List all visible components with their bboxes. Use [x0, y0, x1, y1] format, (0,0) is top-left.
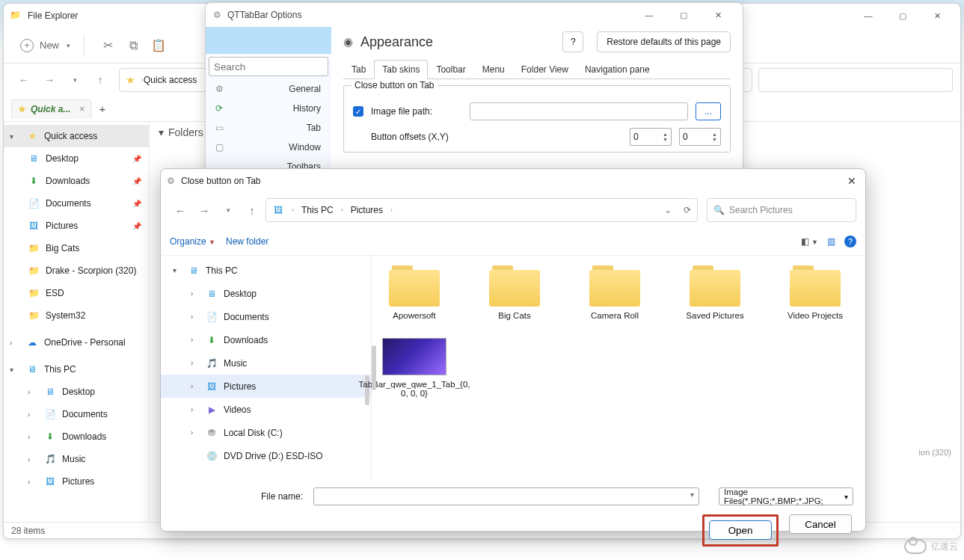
- up-button[interactable]: ↑: [242, 204, 263, 217]
- tree-big-cats[interactable]: 📁Big Cats: [4, 237, 149, 259]
- tab-close-icon[interactable]: ×: [79, 104, 85, 114]
- dropdown-icon[interactable]: ⌄: [664, 205, 672, 215]
- tab-quick-access[interactable]: ★ Quick a... ×: [11, 99, 91, 119]
- recent-dropdown[interactable]: ▾: [218, 206, 239, 214]
- tab-tab-skins[interactable]: Tab skins: [374, 60, 428, 79]
- tree-drake[interactable]: 📁Drake - Scorpion (320): [4, 259, 149, 282]
- tree-downloads[interactable]: ›⬇Downloads: [161, 328, 371, 351]
- view-large-button[interactable]: ◧ ▼: [801, 236, 818, 247]
- back-button[interactable]: ←: [170, 204, 191, 217]
- offset-x-input[interactable]: 0▲▼: [630, 128, 672, 146]
- back-button[interactable]: ←: [11, 74, 37, 86]
- folder-icon: [488, 263, 541, 307]
- folder-icon: 📁: [28, 310, 40, 321]
- image-file-path-checkbox[interactable]: ✓: [353, 106, 363, 117]
- new-folder-button[interactable]: New folder: [226, 236, 268, 247]
- picture-icon: 🖼: [44, 476, 56, 487]
- paste-icon[interactable]: 📋: [146, 33, 171, 58]
- tab-toolbar[interactable]: Toolbar: [428, 60, 473, 79]
- document-icon: 📄: [28, 197, 40, 209]
- file-tabbar-image[interactable]: TabBar_qwe_qwe_1_Tab_{0, 0, 0, 0}: [381, 338, 448, 398]
- tab-icon: ▭: [213, 123, 225, 133]
- folder-apowersoft[interactable]: Apowersoft: [381, 263, 448, 320]
- tab-folder-view[interactable]: Folder View: [513, 60, 577, 79]
- view-details-button[interactable]: ▥: [827, 236, 835, 247]
- folder-icon: 📁: [10, 10, 22, 22]
- minimize-button[interactable]: —: [851, 4, 885, 28]
- tree-local-disk[interactable]: ›⛃Local Disk (C:): [161, 421, 371, 444]
- tree-desktop[interactable]: ›🖥Desktop: [161, 282, 371, 305]
- maximize-button[interactable]: ▢: [885, 4, 920, 28]
- tree-documents[interactable]: ›📄Documents: [161, 305, 371, 328]
- up-button[interactable]: ↑: [88, 74, 113, 86]
- sidebar-window[interactable]: ▢Window: [206, 138, 331, 157]
- tree-pictures[interactable]: 🖼Pictures📌: [4, 215, 149, 237]
- help-button[interactable]: ?: [844, 236, 856, 247]
- minimize-button[interactable]: —: [632, 3, 666, 27]
- close-button[interactable]: ✕: [701, 3, 735, 27]
- cut-icon[interactable]: ✂: [95, 33, 120, 58]
- organize-button[interactable]: Organize ▼: [170, 236, 215, 247]
- picture-icon: 🖼: [272, 204, 284, 216]
- copy-icon[interactable]: ⧉: [120, 33, 146, 58]
- tree-quick-access[interactable]: ▾★Quick access: [4, 125, 149, 147]
- recent-dropdown[interactable]: ▾: [62, 76, 88, 84]
- tree-dvd[interactable]: 💿DVD Drive (D:) ESD-ISO: [161, 444, 371, 467]
- tree-videos[interactable]: ›▶Videos: [161, 398, 371, 421]
- refresh-icon[interactable]: ⟳: [684, 205, 691, 215]
- new-button[interactable]: + New ▾: [20, 39, 70, 52]
- tree-pc-documents[interactable]: ›📄Documents: [4, 403, 149, 425]
- help-button[interactable]: ?: [562, 31, 583, 52]
- folder-big-cats[interactable]: Big Cats: [481, 263, 548, 320]
- folder-video-projects[interactable]: Video Projects: [782, 263, 849, 320]
- qt-search[interactable]: [209, 57, 328, 76]
- tree-music[interactable]: ›🎵Music: [161, 351, 371, 375]
- open-search[interactable]: 🔍 Search Pictures: [707, 198, 856, 222]
- forward-button[interactable]: →: [37, 74, 62, 86]
- offset-y-input[interactable]: 0▲▼: [679, 128, 721, 146]
- tree-pc-music[interactable]: ›🎵Music: [4, 448, 149, 470]
- tab-menu[interactable]: Menu: [474, 60, 513, 79]
- maximize-button[interactable]: ▢: [666, 3, 701, 27]
- tree-esd[interactable]: 📁ESD: [4, 282, 149, 304]
- fe-search[interactable]: 🔍 Search Quick access: [758, 68, 953, 92]
- tab-navigation-pane[interactable]: Navigation pane: [577, 60, 658, 79]
- tree-onedrive[interactable]: ›☁OneDrive - Personal: [4, 331, 149, 354]
- file-filter-combo[interactable]: Image Files(*.PNG;*.BMP;*.JPG;▾: [719, 487, 853, 505]
- tab-tab[interactable]: Tab: [343, 60, 374, 79]
- dropdown-icon[interactable]: ▾: [690, 490, 694, 499]
- tree-pc-pictures[interactable]: ›🖼Pictures: [4, 470, 149, 493]
- tree-pictures[interactable]: ›🖼Pictures: [161, 375, 371, 398]
- dvd-icon: 💿: [206, 450, 218, 462]
- cancel-button[interactable]: Cancel: [789, 514, 852, 534]
- folder-camera-roll[interactable]: Camera Roll: [581, 263, 648, 320]
- file-name-input[interactable]: ▾: [313, 487, 699, 505]
- tree-downloads[interactable]: ⬇Downloads📌: [4, 170, 149, 192]
- forward-button[interactable]: →: [194, 204, 215, 217]
- tab-add-button[interactable]: +: [99, 102, 105, 115]
- open-files[interactable]: Apowersoft Big Cats Camera Roll Saved Pi…: [372, 256, 865, 480]
- files-scrollbar[interactable]: [372, 345, 376, 390]
- open-address-bar[interactable]: 🖼 › This PC › Pictures › ⌄⟳: [265, 198, 698, 222]
- tree-documents[interactable]: 📄Documents📌: [4, 192, 149, 215]
- tree-this-pc[interactable]: ▾🖥This PC: [4, 358, 149, 381]
- gear-icon: ⚙: [213, 10, 221, 20]
- sidebar-tab[interactable]: ▭Tab: [206, 118, 331, 138]
- tree-pc-downloads[interactable]: ›⬇Downloads: [4, 425, 149, 448]
- sidebar-general[interactable]: ⚙General: [206, 79, 331, 99]
- breadcrumb[interactable]: Quick access: [144, 75, 197, 85]
- history-icon: ⟳: [213, 103, 225, 114]
- folder-saved-pictures[interactable]: Saved Pictures: [681, 263, 749, 320]
- sidebar-history[interactable]: ⟳History: [206, 99, 331, 118]
- restore-defaults-button[interactable]: Restore defaults of this page: [597, 31, 731, 52]
- tree-this-pc[interactable]: ▾🖥This PC: [161, 259, 371, 282]
- image-file-path-input[interactable]: [470, 102, 688, 120]
- tree-desktop[interactable]: 🖥Desktop📌: [4, 147, 149, 170]
- browse-button[interactable]: ...: [696, 102, 721, 120]
- close-button[interactable]: ✕: [920, 4, 954, 28]
- sidebar-category[interactable]: [206, 27, 331, 54]
- tree-system32[interactable]: 📁System32: [4, 304, 149, 327]
- close-button[interactable]: ✕: [847, 175, 856, 187]
- tree-pc-desktop[interactable]: ›🖥Desktop: [4, 381, 149, 403]
- open-button[interactable]: Open: [709, 520, 772, 540]
